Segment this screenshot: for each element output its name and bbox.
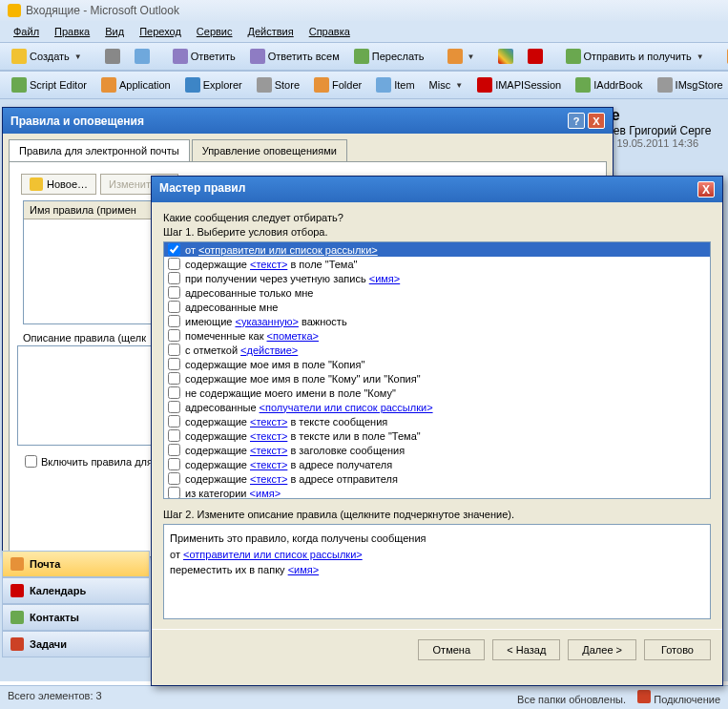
condition-checkbox[interactable] [168,286,180,299]
condition-row[interactable]: не содержащие моего имени в поле "Кому" [164,386,710,400]
wizard-buttons: Отмена < Назад Далее > Готово [152,629,722,670]
condition-checkbox[interactable] [168,301,180,313]
reading-pane: ие тьев Григорий Серге Чт 19.05.2011 14:… [594,99,728,156]
condition-row[interactable]: из категории <имя> [164,486,710,499]
condition-link[interactable]: <действие> [240,344,298,356]
condition-checkbox[interactable] [168,444,180,456]
explorer-button[interactable]: Explorer [179,74,248,95]
condition-row[interactable]: с отметкой <действие> [164,343,710,357]
menu-сервис[interactable]: Сервис [191,24,239,39]
main-toolbar: Создать▼ Ответить Ответить всем Переслат… [0,42,728,71]
condition-link[interactable]: <текст> [250,473,287,485]
iaddrbook-button[interactable]: IAddrBook [570,74,648,95]
nav-contacts[interactable]: Контакты [2,604,150,631]
print-button[interactable] [99,46,126,67]
tab-email-rules[interactable]: Правила для электронной почты [9,139,190,161]
back-button[interactable]: < Назад [492,639,560,660]
desc-sender-link[interactable]: <отправители или список рассылки> [183,549,363,560]
condition-checkbox[interactable] [168,329,180,342]
reply-all-button[interactable]: Ответить всем [244,46,345,67]
menu-правка[interactable]: Правка [49,24,95,39]
categories-button[interactable] [492,46,519,67]
address-book-button[interactable] [721,46,728,67]
preview-button[interactable] [129,46,156,67]
condition-checkbox[interactable] [168,458,180,470]
close-button[interactable]: X [588,113,605,129]
condition-row[interactable]: содержащие <текст> в адресе получателя [164,457,710,471]
condition-checkbox[interactable] [168,243,180,256]
condition-row[interactable]: содержащие <текст> в заголовке сообщения [164,443,710,457]
application-button[interactable]: Application [95,74,177,95]
condition-row[interactable]: адресованные только мне [164,285,710,300]
menu-файл[interactable]: Файл [8,24,45,39]
condition-checkbox[interactable] [168,372,180,385]
condition-checkbox[interactable] [168,358,180,370]
imsgstore-button[interactable]: IMsgStore [652,74,728,95]
wizard-title: Мастер правил [159,181,245,198]
condition-row[interactable]: при получении через учетную запись <имя> [164,271,710,285]
condition-row[interactable]: содержащие мое имя в поле "Кому" или "Ко… [164,371,710,386]
forward-button[interactable]: Переслать [348,46,430,67]
condition-link[interactable]: <имя> [250,488,281,499]
condition-row[interactable]: содержащие <текст> в поле "Тема" [164,257,710,271]
condition-link[interactable]: <текст> [250,430,287,442]
condition-row[interactable]: от <отправители или список рассылки> [164,242,710,257]
create-button[interactable]: Создать▼ [6,46,88,67]
nav-mail[interactable]: Почта [2,551,150,577]
condition-row[interactable]: адресованные мне [164,300,710,314]
condition-link[interactable]: <получатели или список рассылки> [260,402,433,413]
folder-addin-button[interactable]: Folder [308,74,367,95]
condition-row[interactable]: содержащие <текст> в тексте или в поле "… [164,428,710,443]
condition-row[interactable]: имеющие <указанную> важность [164,314,710,328]
condition-row[interactable]: помеченные как <пометка> [164,328,710,343]
send-receive-button[interactable]: Отправить и получить▼ [560,46,710,67]
condition-link[interactable]: <текст> [250,445,287,456]
wizard-close-button[interactable]: X [697,181,715,198]
misc-button[interactable]: Misc▼ [424,76,469,94]
flag-button[interactable] [522,46,549,67]
condition-row[interactable]: содержащие <текст> в адресе отправителя [164,471,710,486]
condition-checkbox[interactable] [168,344,180,356]
menu-справка[interactable]: Справка [303,24,356,39]
menu-действия[interactable]: Действия [242,24,300,39]
next-button[interactable]: Далее > [568,639,636,660]
condition-checkbox[interactable] [168,272,180,284]
condition-link[interactable]: <имя> [369,273,401,284]
condition-link[interactable]: <пометка> [267,330,319,342]
condition-checkbox[interactable] [168,401,180,413]
condition-checkbox[interactable] [168,386,180,399]
store-button[interactable]: Store [251,74,305,95]
condition-row[interactable]: адресованные <получатели или список расс… [164,400,710,414]
condition-link[interactable]: <текст> [250,416,287,427]
condition-row[interactable]: содержащие <текст> в тексте сообщения [164,414,710,428]
condition-checkbox[interactable] [168,487,180,499]
condition-checkbox[interactable] [168,315,180,327]
nav-calendar[interactable]: Календарь [2,577,150,604]
desc-folder-link[interactable]: <имя> [288,564,320,575]
menu-переход[interactable]: Переход [134,24,187,39]
nav-tasks[interactable]: Задачи [2,631,150,657]
help-button[interactable]: ? [568,113,585,129]
conditions-list[interactable]: от <отправители или список рассылки>соде… [163,241,711,499]
condition-link[interactable]: <отправители или список рассылки> [198,244,378,256]
tab-alerts[interactable]: Управление оповещениями [192,139,347,161]
script-editor-button[interactable]: Script Editor [6,74,93,95]
cancel-button[interactable]: Отмена [418,639,485,660]
condition-checkbox[interactable] [168,415,180,427]
condition-checkbox[interactable] [168,472,180,485]
item-button[interactable]: Item [370,74,420,95]
finish-button[interactable]: Готово [644,639,711,660]
condition-link[interactable]: <текст> [250,459,287,470]
folder-button[interactable]: ▼ [442,46,481,67]
include-rules-checkbox[interactable] [25,455,37,468]
imapisession-button[interactable]: IMAPISession [471,74,567,95]
condition-link[interactable]: <указанную> [235,316,298,327]
new-rule-button[interactable]: Новое… [21,174,96,195]
reply-button[interactable]: Ответить [167,46,241,67]
condition-row[interactable]: содержащие мое имя в поле "Копия" [164,357,710,371]
condition-checkbox[interactable] [168,429,180,442]
offline-icon [637,690,651,703]
condition-checkbox[interactable] [168,258,180,270]
menu-вид[interactable]: Вид [99,24,130,39]
condition-link[interactable]: <текст> [250,259,287,270]
